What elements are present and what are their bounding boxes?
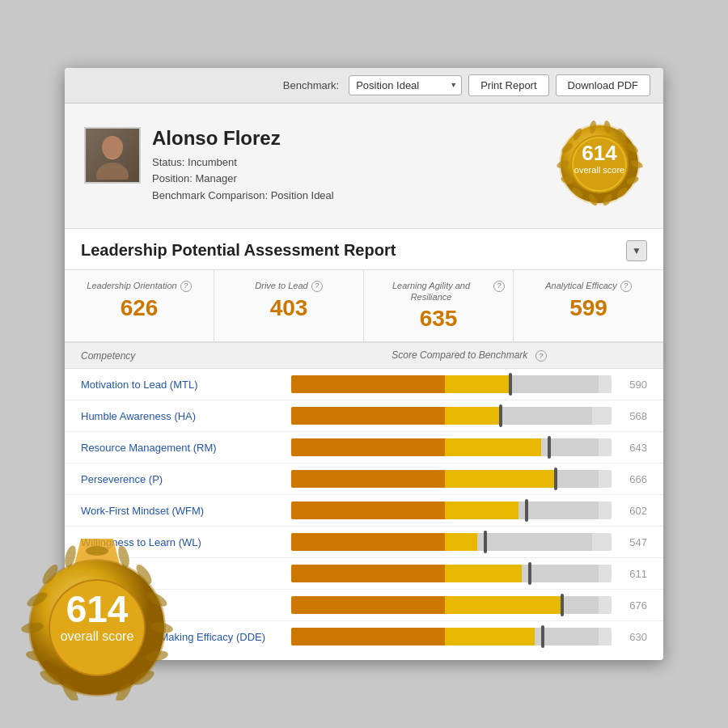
bar-container-p: 666 — [291, 470, 647, 488]
avatar — [84, 127, 141, 184]
bar-container-ha: 568 — [291, 407, 647, 425]
profile-section: Alonso Florez Status: Incumbent Position… — [65, 104, 663, 229]
comp-score-mtl: 590 — [618, 379, 647, 391]
svg-text:614: 614 — [66, 588, 129, 630]
big-medal-overlay: 614 overall score — [16, 539, 178, 704]
comp-score-ha: 568 — [618, 410, 647, 422]
score-lar: 635 — [372, 306, 505, 332]
avatar-placeholder — [86, 129, 139, 182]
category-label-lo: Leadership Orientation ? — [73, 280, 205, 292]
medal-svg: 614 overall score — [555, 120, 644, 209]
benchmark-select[interactable]: Position Ideal Industry Average Top Perf… — [349, 75, 462, 95]
help-icon-ae[interactable]: ? — [620, 281, 632, 292]
score-bar-blank — [291, 565, 612, 582]
comp-name-rm[interactable]: Resource Management (RM) — [81, 442, 291, 454]
comp-score-lse: 676 — [618, 599, 647, 612]
category-label-ae: Analytical Efficacy ? — [522, 280, 655, 292]
comp-score-wl: 547 — [618, 536, 647, 548]
help-icon-lo[interactable]: ? — [180, 281, 192, 292]
comp-header-label: Competency — [81, 350, 291, 362]
toolbar: Benchmark: Position Ideal Industry Avera… — [65, 68, 663, 104]
score-ae: 599 — [522, 295, 655, 321]
score-bar-p — [291, 470, 612, 488]
profile-status: Status: Incumbent — [152, 154, 334, 171]
profile-name: Alonso Florez — [152, 127, 334, 150]
category-learning-agility: Learning Agility and Resiliance ? 635 — [364, 270, 514, 342]
category-leadership-orientation: Leadership Orientation ? 626 — [65, 270, 214, 342]
score-lo: 626 — [73, 295, 205, 321]
svg-point-2 — [102, 136, 123, 159]
comp-score-wfm: 602 — [618, 505, 647, 517]
help-icon-table[interactable]: ? — [535, 350, 547, 362]
download-pdf-button[interactable]: Download PDF — [556, 74, 650, 96]
category-drive-to-lead: Drive to Lead ? 403 — [214, 270, 364, 342]
category-label-dtl: Drive to Lead ? — [222, 280, 355, 292]
help-icon-dtl[interactable]: ? — [311, 281, 323, 292]
competency-header: Competency Score Compared to Benchmark ? — [65, 343, 663, 369]
score-bar-wl — [291, 533, 612, 551]
comp-score-rm: 643 — [618, 442, 647, 454]
benchmark-header: Score Compared to Benchmark ? — [291, 349, 647, 362]
category-analytical-efficacy: Analytical Efficacy ? 599 — [514, 270, 663, 342]
svg-point-1 — [96, 163, 129, 180]
benchmark-label: Benchmark: — [283, 79, 339, 91]
category-label-lar: Learning Agility and Resiliance ? — [372, 280, 505, 303]
svg-point-33 — [86, 546, 108, 556]
score-bar-lse — [291, 596, 612, 614]
score-bar-wfm — [291, 502, 612, 519]
collapse-button[interactable]: ▼ — [626, 240, 647, 261]
svg-text:614: 614 — [582, 141, 617, 165]
bar-container-wfm: 602 — [291, 502, 647, 519]
comp-name-mtl[interactable]: Motivation to Lead (MTL) — [81, 379, 291, 391]
profile-benchmark: Benchmark Comparison: Position Ideal — [152, 188, 334, 205]
bar-container-blank: 611 — [291, 565, 647, 582]
big-medal-svg: 614 overall score — [16, 539, 178, 700]
table-row: Resource Management (RM) 643 — [65, 432, 663, 463]
comp-name-p[interactable]: Perseverence (P) — [81, 473, 291, 485]
profile-info: Alonso Florez Status: Incumbent Position… — [84, 127, 334, 205]
bar-container-wl: 547 — [291, 533, 647, 551]
comp-name-wfm[interactable]: Work-First Mindset (WFM) — [81, 505, 291, 517]
comp-score-blank: 611 — [618, 568, 647, 580]
report-title: Leadership Potential Assessment Report — [81, 241, 396, 260]
score-bar-mtl — [291, 375, 612, 393]
table-row: Work-First Mindset (WFM) 602 — [65, 495, 663, 527]
table-row: Perseverence (P) 666 — [65, 463, 663, 495]
score-bar-dde — [291, 628, 612, 645]
bar-container-dde: 630 — [291, 628, 647, 645]
bar-container-lse: 676 — [291, 596, 647, 614]
bar-container-mtl: 590 — [291, 375, 647, 393]
comp-score-dde: 630 — [618, 631, 647, 643]
benchmark-select-wrapper[interactable]: Position Ideal Industry Average Top Perf… — [349, 75, 462, 95]
help-icon-lar[interactable]: ? — [493, 281, 505, 292]
score-bar-ha — [291, 407, 612, 425]
bar-container-rm: 643 — [291, 438, 647, 456]
report-header: Leadership Potential Assessment Report ▼ — [65, 229, 663, 270]
svg-text:overall score: overall score — [574, 165, 624, 175]
comp-score-p: 666 — [618, 473, 647, 485]
score-categories: Leadership Orientation ? 626 Drive to Le… — [65, 270, 663, 344]
profile-position: Position: Manager — [152, 171, 334, 188]
comp-name-ha[interactable]: Humble Awareness (HA) — [81, 410, 291, 422]
table-row: Humble Awareness (HA) 568 — [65, 400, 663, 432]
profile-text: Alonso Florez Status: Incumbent Position… — [152, 127, 334, 205]
print-report-button[interactable]: Print Report — [468, 74, 548, 96]
score-dtl: 403 — [222, 295, 355, 321]
score-bar-rm — [291, 438, 612, 456]
svg-text:overall score: overall score — [61, 629, 134, 643]
page-wrapper: Benchmark: Position Ideal Industry Avera… — [0, 0, 728, 728]
medal-container: 614 overall score — [555, 120, 644, 212]
table-row: Motivation to Lead (MTL) 590 — [65, 369, 663, 400]
